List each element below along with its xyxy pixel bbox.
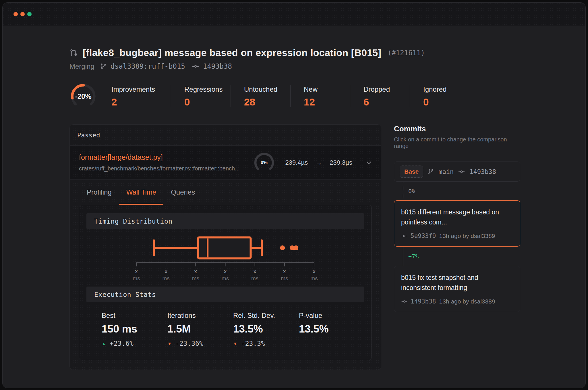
app-window: [flake8_bugbear] message based on expres… xyxy=(2,2,586,388)
commits-subtitle: Click on a commit to change the comparis… xyxy=(394,136,520,149)
edge-line xyxy=(403,182,403,200)
triangle-down-icon: ▼ xyxy=(167,341,172,346)
exec-stat-rel-std-dev: Rel. Std. Dev. 13.5% ▼-23.3% xyxy=(233,312,299,347)
merge-row: Merging dsal3389:ruff-b015 1493b38 xyxy=(69,62,585,70)
svg-text:ms: ms xyxy=(192,275,199,281)
window-control-close-icon[interactable] xyxy=(13,12,18,16)
benchmark-change-gauge: 0% xyxy=(253,152,275,174)
svg-text:ms: ms xyxy=(251,275,258,281)
edge-delta: +7% xyxy=(408,253,419,260)
stat-new: New 12 xyxy=(291,85,350,108)
svg-text:x: x xyxy=(165,268,168,274)
window-control-zoom-icon[interactable] xyxy=(27,12,32,16)
report-panel: Passed formatter[large/dataset.py] crate… xyxy=(69,124,381,370)
commits-sidebar: Commits Click on a commit to change the … xyxy=(394,124,520,312)
window-control-minimize-icon[interactable] xyxy=(20,12,25,16)
screen: [flake8_bugbear] message based on expres… xyxy=(0,0,588,390)
stat-dropped: Dropped 6 xyxy=(350,85,410,108)
git-branch-icon xyxy=(428,168,434,175)
pull-request-icon xyxy=(69,49,78,57)
exec-stat-iterations: Iterations 1.5M ▼-23.36% xyxy=(167,312,233,347)
commit-message: b015 different message based on pointles… xyxy=(401,207,513,227)
merge-base-commit[interactable]: 1493b38 xyxy=(203,62,232,70)
page-header: [flake8_bugbear] message based on expres… xyxy=(69,47,585,58)
benchmark-change-value: 0% xyxy=(253,152,275,174)
commit-meta: 5e933f9 13h ago by dsal3389 xyxy=(401,233,513,239)
commit-hash: 5e933f9 xyxy=(411,233,436,239)
status-label: Passed xyxy=(77,132,100,139)
commit-when: 13h ago by dsal3389 xyxy=(439,298,495,305)
svg-text:x: x xyxy=(253,268,256,274)
stat-improvements: Improvements 2 xyxy=(111,85,171,108)
commit-edge: +7% xyxy=(394,247,520,266)
stat-untouched: Untouched 28 xyxy=(231,85,290,108)
arrow-right-icon: → xyxy=(315,159,322,167)
svg-text:x: x xyxy=(224,268,227,274)
execution-stats-header: Execution Stats xyxy=(86,287,364,302)
svg-text:x: x xyxy=(194,268,197,274)
benchmark-path: crates/ruff_benchmark/benches/formatter.… xyxy=(79,165,253,172)
stat-regressions: Regressions 0 xyxy=(171,85,231,108)
chevron-down-icon[interactable] xyxy=(365,159,372,166)
base-commit-hash: 1493b38 xyxy=(469,168,496,175)
timing-distribution-header: Timing Distribution xyxy=(86,213,364,229)
svg-text:ms: ms xyxy=(163,275,170,281)
summary-stats: Improvements 2 Regressions 0 Untouched 2… xyxy=(111,85,469,108)
commit-message: b015 fix test snapshot and inconsistent … xyxy=(401,273,513,293)
git-branch-icon xyxy=(100,63,107,70)
page-title: [flake8_bugbear] message based on expres… xyxy=(83,47,381,58)
benchmark-info: formatter[large/dataset.py] crates/ruff_… xyxy=(79,153,253,172)
triangle-down-icon: ▼ xyxy=(233,341,237,346)
commit-icon xyxy=(401,298,407,305)
commit-icon xyxy=(401,233,407,239)
commit-when: 13h ago by dsal3389 xyxy=(439,233,495,239)
overall-change-value: -20% xyxy=(69,82,97,110)
status-header: Passed xyxy=(70,125,381,146)
commit-card[interactable]: b015 different message based on pointles… xyxy=(394,200,520,247)
commit-card[interactable]: b015 fix test snapshot and inconsistent … xyxy=(394,266,520,312)
commit-meta: 1493b38 13h ago by dsal3389 xyxy=(401,298,513,305)
stat-ignored: Ignored 0 xyxy=(410,85,469,108)
tab-bar: Profiling Wall Time Queries xyxy=(70,180,381,205)
svg-text:x: x xyxy=(313,268,316,274)
benchmark-row[interactable]: formatter[large/dataset.py] crates/ruff_… xyxy=(70,146,381,180)
base-branch: main xyxy=(438,168,454,175)
pr-number: (#121611) xyxy=(388,49,425,57)
base-badge: Base xyxy=(400,166,423,178)
svg-text:ms: ms xyxy=(222,275,229,281)
time-before: 239.4µs xyxy=(285,159,308,166)
merging-label: Merging xyxy=(69,62,94,70)
overall-change-gauge: -20% xyxy=(69,82,97,110)
time-after: 239.3µs xyxy=(330,159,352,166)
execution-stats: Best 150 ms ▲+23.6% Iterations 1.5M ▼-23… xyxy=(79,302,371,360)
source-branch[interactable]: dsal3389:ruff-b015 xyxy=(111,62,185,70)
commit-icon xyxy=(458,168,465,175)
svg-text:ms: ms xyxy=(281,275,288,281)
wall-time-panel: Timing Distribution xmsxmsxmsxmsxmsxmsxm… xyxy=(79,205,372,360)
timing-distribution-chart: xmsxmsxmsxmsxmsxmsxms xyxy=(79,230,371,285)
commit-icon xyxy=(192,63,199,70)
summary-row: -20% Improvements 2 Regressions 0 Untouc… xyxy=(69,82,585,110)
commits-title: Commits xyxy=(394,124,520,133)
base-commit-card[interactable]: Base main 149 xyxy=(394,162,520,182)
exec-stat-p-value: P-value 13.5% xyxy=(299,312,365,347)
benchmark-name[interactable]: formatter[large/dataset.py] xyxy=(79,153,253,162)
svg-text:x: x xyxy=(135,268,138,274)
tab-queries[interactable]: Queries xyxy=(171,180,195,205)
svg-text:x: x xyxy=(283,268,286,274)
tab-profiling[interactable]: Profiling xyxy=(87,180,112,205)
svg-text:ms: ms xyxy=(310,275,318,281)
window-titlebar xyxy=(3,3,585,26)
commit-hash: 1493b38 xyxy=(411,298,436,305)
exec-stat-best: Best 150 ms ▲+23.6% xyxy=(102,312,167,347)
commit-edge: 0% xyxy=(394,182,520,200)
edge-line xyxy=(403,247,403,266)
boxplot-svg: xmsxmsxmsxmsxmsxmsxms xyxy=(79,230,371,285)
triangle-up-icon: ▲ xyxy=(102,341,106,346)
edge-delta: 0% xyxy=(408,188,415,195)
svg-text:ms: ms xyxy=(133,275,140,281)
tab-wall-time[interactable]: Wall Time xyxy=(126,180,156,205)
